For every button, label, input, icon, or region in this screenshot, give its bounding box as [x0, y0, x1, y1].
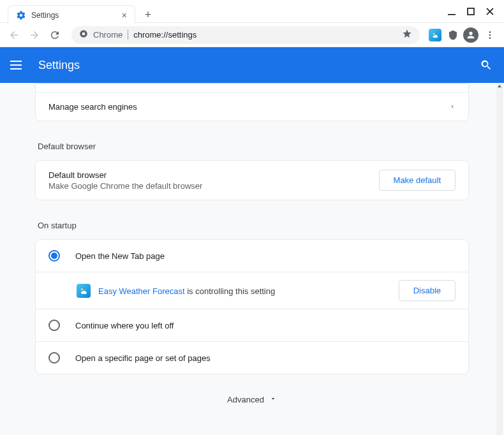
tab-strip: Settings × + — [8, 5, 157, 24]
profile-avatar[interactable] — [463, 27, 478, 43]
tab-title: Settings — [31, 11, 117, 20]
minimize-icon[interactable] — [448, 8, 456, 15]
close-icon[interactable] — [486, 8, 494, 15]
on-startup-card: Open the New Tab page Easy Weather Forec… — [35, 239, 469, 374]
bookmark-star-icon[interactable] — [402, 29, 412, 41]
extension-weather-icon[interactable] — [427, 27, 443, 43]
svg-point-8 — [81, 288, 84, 290]
window-controls — [448, 8, 499, 15]
startup-specific-label: Open a specific page or set of pages — [75, 353, 211, 363]
advanced-toggle[interactable]: Advanced — [35, 380, 469, 420]
advanced-label: Advanced — [227, 395, 264, 404]
svg-point-7 — [489, 37, 491, 39]
search-icon[interactable] — [478, 57, 494, 73]
default-browser-card: Default browser Make Google Chrome the d… — [35, 160, 469, 200]
settings-header: Settings — [0, 47, 504, 83]
page-title: Settings — [38, 59, 478, 72]
extension-name-link[interactable]: Easy Weather Forecast — [98, 286, 185, 296]
manage-search-engines-row[interactable]: Manage search engines — [36, 92, 468, 121]
address-bar[interactable]: Chrome chrome://settings — [71, 26, 420, 44]
svg-point-5 — [489, 31, 491, 33]
window-title-bar: Settings × + — [0, 0, 504, 23]
startup-new-tab-label: Open the New Tab page — [75, 251, 165, 261]
hamburger-menu-icon[interactable] — [10, 57, 26, 73]
forward-button[interactable] — [26, 26, 43, 44]
back-button[interactable] — [5, 26, 23, 44]
default-browser-row: Default browser Make Google Chrome the d… — [36, 161, 468, 200]
settings-gear-icon — [16, 10, 26, 20]
chrome-logo-icon — [79, 29, 88, 40]
startup-option-specific[interactable]: Open a specific page or set of pages — [36, 341, 468, 374]
manage-search-label: Manage search engines — [48, 102, 449, 112]
on-startup-section-title: On startup — [35, 205, 469, 239]
svg-point-3 — [82, 33, 85, 36]
default-browser-label: Default browser — [48, 170, 379, 180]
extension-shield-icon[interactable] — [445, 27, 461, 43]
omnibox-url: chrome://settings — [133, 30, 196, 40]
startup-continue-label: Continue where you left off — [75, 321, 174, 330]
extension-badge-icon — [77, 284, 91, 298]
omnibox-prefix: Chrome — [93, 30, 128, 40]
radio-unselected-icon[interactable] — [48, 352, 60, 364]
maximize-icon[interactable] — [467, 8, 475, 15]
startup-option-continue[interactable]: Continue where you left off — [36, 309, 468, 341]
chevron-down-icon — [269, 395, 277, 404]
default-browser-sub: Make Google Chrome the default browser — [48, 181, 379, 191]
svg-rect-1 — [468, 8, 474, 15]
new-tab-button[interactable]: + — [139, 6, 157, 24]
browser-toolbar: Chrome chrome://settings — [0, 23, 504, 47]
make-default-button[interactable]: Make default — [379, 170, 456, 191]
svg-rect-0 — [448, 14, 456, 15]
startup-option-new-tab[interactable]: Open the New Tab page — [36, 240, 468, 272]
search-engine-card: Manage search engines — [35, 83, 469, 121]
svg-point-6 — [489, 34, 491, 36]
reload-button[interactable] — [46, 26, 64, 44]
chevron-right-icon — [449, 101, 456, 112]
default-browser-section-title: Default browser — [35, 126, 469, 160]
browser-tab[interactable]: Settings × — [8, 5, 135, 24]
browser-menu-button[interactable] — [481, 26, 499, 44]
extension-control-notice: Easy Weather Forecast is controlling thi… — [36, 272, 468, 309]
radio-unselected-icon[interactable] — [48, 320, 60, 331]
svg-point-4 — [433, 33, 435, 34]
scrollbar[interactable] — [496, 83, 503, 435]
radio-selected-icon[interactable] — [48, 250, 60, 262]
settings-content: Manage search engines Default browser De… — [0, 83, 504, 435]
disable-extension-button[interactable]: Disable — [399, 280, 456, 301]
close-tab-icon[interactable]: × — [122, 10, 127, 20]
extension-notice-text: is controlling this setting — [185, 286, 276, 296]
